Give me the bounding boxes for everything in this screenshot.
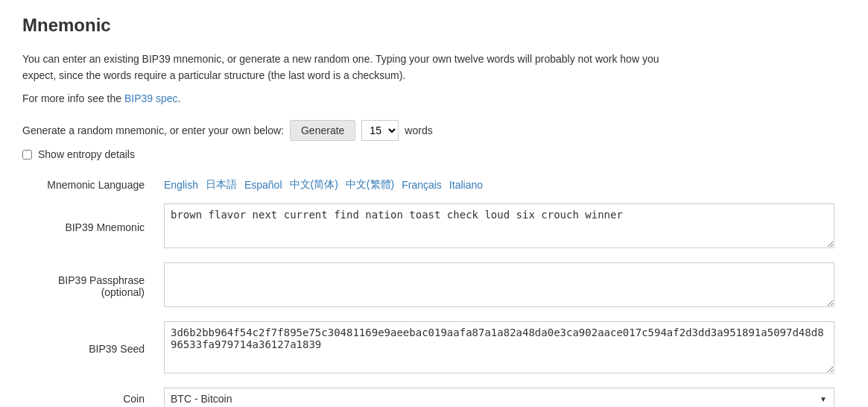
bip39-mnemonic-row: BIP39 Mnemonic brown flavor next current… (22, 198, 842, 256)
lang-english[interactable]: English (164, 179, 198, 191)
mnemonic-language-row: Mnemonic Language English 日本語 Español 中文… (22, 172, 842, 198)
bip39-mnemonic-textarea[interactable]: brown flavor next current find nation to… (164, 204, 834, 248)
passphrase-label-line2: (optional) (101, 286, 145, 298)
bip39-mnemonic-label: BIP39 Mnemonic (22, 198, 156, 256)
coin-select-wrapper: BTC - Bitcoin ETH - Ethereum LTC - Litec… (164, 388, 834, 407)
form-table: Mnemonic Language English 日本語 Español 中文… (22, 172, 842, 407)
mnemonic-language-label: Mnemonic Language (22, 172, 156, 198)
generate-button[interactable]: Generate (290, 120, 355, 141)
coin-select[interactable]: BTC - Bitcoin ETH - Ethereum LTC - Litec… (164, 388, 834, 407)
generate-row: Generate a random mnemonic, or enter you… (22, 120, 846, 141)
passphrase-label-line1: BIP39 Passphrase (58, 274, 145, 286)
bip39-seed-label: BIP39 Seed (22, 315, 156, 382)
entropy-checkbox[interactable] (22, 150, 32, 160)
bip39-link-suffix: . (178, 92, 181, 104)
for-more-info-text: For more info see the (22, 92, 124, 104)
bip39-passphrase-textarea[interactable] (164, 262, 834, 307)
lang-japanese[interactable]: 日本語 (206, 178, 237, 192)
description-text: You can enter an existing BIP39 mnemonic… (22, 51, 663, 84)
words-label: words (405, 124, 432, 136)
bip39-passphrase-row: BIP39 Passphrase (optional) (22, 256, 842, 315)
lang-french[interactable]: Français (402, 179, 442, 191)
lang-italian[interactable]: Italiano (449, 179, 483, 191)
coin-field-cell: BTC - Bitcoin ETH - Ethereum LTC - Litec… (156, 382, 842, 407)
bip39-seed-textarea[interactable]: 3d6b2bb964f54c2f7f895e75c30481169e9aeeba… (164, 321, 834, 373)
page-title: Mnemonic (22, 15, 846, 36)
lang-spanish[interactable]: Español (244, 179, 282, 191)
lang-chinese-traditional[interactable]: 中文(繁體) (346, 178, 394, 192)
bip39-passphrase-label: BIP39 Passphrase (optional) (22, 256, 156, 315)
bip39-passphrase-field-cell (156, 256, 842, 315)
coin-row: Coin BTC - Bitcoin ETH - Ethereum LTC - … (22, 382, 842, 407)
bip39-mnemonic-field-cell: brown flavor next current find nation to… (156, 198, 842, 256)
bip39-spec-link[interactable]: BIP39 spec (124, 92, 178, 104)
language-links: English 日本語 Español 中文(简体) 中文(繁體) França… (164, 178, 834, 192)
coin-label: Coin (22, 382, 156, 407)
bip39-spec-row: For more info see the BIP39 spec. (22, 90, 663, 107)
bip39-seed-field-cell: 3d6b2bb964f54c2f7f895e75c30481169e9aeeba… (156, 315, 842, 382)
generate-label: Generate a random mnemonic, or enter you… (22, 124, 284, 136)
bip39-seed-row: BIP39 Seed 3d6b2bb964f54c2f7f895e75c3048… (22, 315, 842, 382)
entropy-label[interactable]: Show entropy details (38, 148, 135, 160)
mnemonic-language-options: English 日本語 Español 中文(简体) 中文(繁體) França… (156, 172, 842, 198)
entropy-row: Show entropy details (22, 148, 846, 160)
words-count-select[interactable]: 3691215182124 (361, 120, 399, 141)
lang-chinese-simplified[interactable]: 中文(简体) (290, 178, 338, 192)
